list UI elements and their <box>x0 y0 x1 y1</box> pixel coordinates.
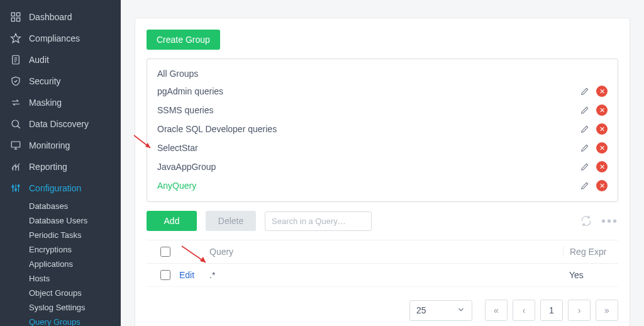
edit-icon[interactable] <box>579 160 591 173</box>
query-table: Query Reg Expr Edit .* Yes <box>147 240 618 287</box>
group-name: JavaAppGroup <box>157 162 216 172</box>
group-name: AnyQuery <box>157 181 196 191</box>
content-card: Create Group All Groups pgAdmin queries … <box>135 18 630 326</box>
svg-rect-0 <box>11 13 14 16</box>
group-row[interactable]: JavaAppGroup ✕ <box>156 157 609 176</box>
nav-security[interactable]: Security <box>0 70 121 92</box>
nav-label: Compliances <box>29 33 80 43</box>
star-icon <box>10 33 21 44</box>
cell-query: .* <box>209 270 563 280</box>
group-name: SSMS queries <box>157 105 213 115</box>
add-button[interactable]: Add <box>147 211 197 231</box>
nav-monitoring[interactable]: Monitoring <box>0 135 121 156</box>
group-row-selected[interactable]: AnyQuery ✕ <box>156 176 609 195</box>
svg-rect-1 <box>17 13 20 16</box>
subnav-periodic-tasks[interactable]: Periodic Tasks <box>29 228 121 242</box>
subnav-hosts[interactable]: Hosts <box>29 271 121 286</box>
group-name: pgAdmin queries <box>157 86 223 96</box>
more-icon[interactable]: ••• <box>601 214 618 228</box>
pager-last[interactable]: » <box>596 300 618 321</box>
group-name: All Groups <box>157 69 198 79</box>
pager-prev[interactable]: ‹ <box>513 300 535 321</box>
svg-line-10 <box>18 126 20 128</box>
nav-reporting[interactable]: Reporting <box>0 156 121 177</box>
sliders-icon <box>10 183 21 194</box>
nav-compliances[interactable]: Compliances <box>0 28 121 49</box>
delete-icon[interactable]: ✕ <box>596 142 608 154</box>
edit-icon[interactable] <box>579 142 591 154</box>
subnav-encryptions[interactable]: Encryptions <box>29 242 121 257</box>
table-header: Query Reg Expr <box>147 240 618 264</box>
group-row[interactable]: SelectStar ✕ <box>156 138 609 157</box>
header-query: Query <box>209 247 563 257</box>
delete-icon[interactable]: ✕ <box>596 161 608 172</box>
svg-rect-2 <box>11 18 14 21</box>
subnav-object-groups[interactable]: Object Groups <box>29 286 121 300</box>
nav-label: Masking <box>29 98 62 108</box>
group-list: All Groups pgAdmin queries ✕ SSMS querie… <box>147 59 618 202</box>
group-row-all[interactable]: All Groups <box>156 65 609 82</box>
subnav-databases[interactable]: Databases <box>29 199 121 213</box>
search-icon <box>10 118 21 130</box>
subnav-syslog-settings[interactable]: Syslog Settings <box>29 300 121 315</box>
create-group-button[interactable]: Create Group <box>147 30 220 50</box>
monitor-icon <box>10 140 21 151</box>
edit-icon[interactable] <box>579 85 591 98</box>
action-row: Add Delete ••• <box>147 211 618 231</box>
svg-point-9 <box>12 120 19 127</box>
chevron-down-icon <box>457 305 465 316</box>
pager-current[interactable]: 1 <box>540 300 563 321</box>
refresh-icon[interactable] <box>580 215 592 227</box>
delete-button[interactable]: Delete <box>206 211 256 231</box>
subnav-query-groups[interactable]: Query Groups <box>29 315 121 326</box>
shield-icon <box>10 76 21 87</box>
nav-label: Security <box>29 76 61 86</box>
chart-icon <box>10 161 21 172</box>
table-row: Edit .* Yes <box>147 264 618 287</box>
page-size-select[interactable]: 25 <box>409 300 472 321</box>
subnav-database-users[interactable]: Database Users <box>29 213 121 228</box>
row-checkbox[interactable] <box>160 270 170 280</box>
nav-audit[interactable]: Audit <box>0 49 121 70</box>
group-row[interactable]: SSMS queries ✕ <box>156 101 609 120</box>
delete-icon[interactable]: ✕ <box>596 86 608 97</box>
nav-label: Data Discovery <box>29 119 89 129</box>
nav-data-discovery[interactable]: Data Discovery <box>0 113 121 135</box>
svg-rect-11 <box>11 142 20 147</box>
pager-next[interactable]: › <box>568 300 591 321</box>
search-input[interactable] <box>265 211 372 231</box>
main: Create Group All Groups pgAdmin queries … <box>121 0 644 326</box>
nav-label: Monitoring <box>29 140 70 150</box>
edit-icon[interactable] <box>579 123 591 135</box>
subnav: Databases Database Users Periodic Tasks … <box>0 199 121 326</box>
delete-icon[interactable]: ✕ <box>596 104 608 116</box>
edit-icon[interactable] <box>579 104 591 116</box>
document-icon <box>10 54 21 65</box>
nav-dashboard[interactable]: Dashboard <box>0 6 121 28</box>
pager-first[interactable]: « <box>485 300 508 321</box>
group-name: Oracle SQL Developer queries <box>157 124 277 134</box>
nav-label: Audit <box>29 55 49 65</box>
nav-label: Configuration <box>29 183 81 193</box>
nav-masking[interactable]: Masking <box>0 92 121 113</box>
page-size-value: 25 <box>416 305 426 315</box>
group-row[interactable]: Oracle SQL Developer queries ✕ <box>156 120 609 138</box>
pager-buttons: « ‹ 1 › » <box>485 300 618 321</box>
nav-label: Reporting <box>29 162 67 172</box>
edit-icon[interactable] <box>579 179 591 192</box>
delete-icon[interactable]: ✕ <box>596 123 608 135</box>
nav-label: Dashboard <box>29 12 72 22</box>
edit-link[interactable]: Edit <box>179 270 209 280</box>
svg-rect-3 <box>17 18 20 21</box>
subnav-applications[interactable]: Applications <box>29 257 121 271</box>
pager: 25 « ‹ 1 › » <box>147 300 618 321</box>
header-regexpr: Reg Expr <box>563 247 613 257</box>
select-all-checkbox[interactable] <box>160 247 170 257</box>
group-row[interactable]: pgAdmin queries ✕ <box>156 82 609 101</box>
delete-icon[interactable]: ✕ <box>596 180 608 191</box>
group-name: SelectStar <box>157 143 198 153</box>
swap-icon <box>10 97 21 108</box>
cell-regexpr: Yes <box>563 270 613 280</box>
sidebar: Dashboard Compliances Audit Security Mas… <box>0 0 121 326</box>
nav-configuration[interactable]: Configuration <box>0 177 121 199</box>
